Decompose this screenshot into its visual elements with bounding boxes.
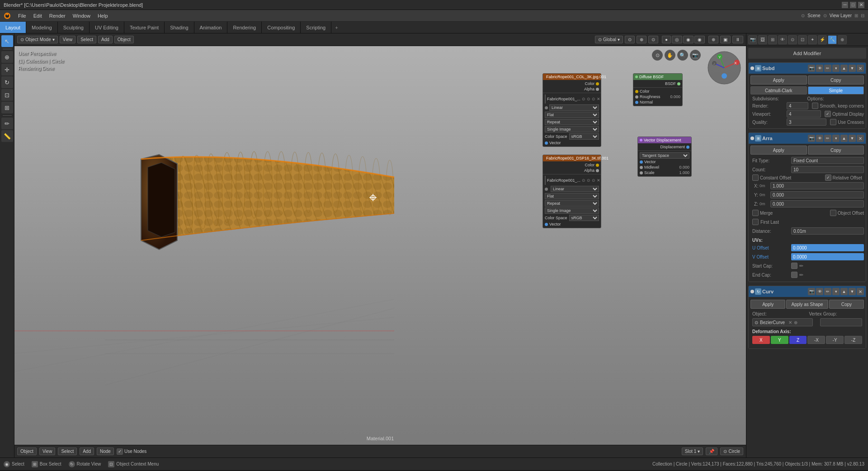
first-last-cb[interactable]: [752, 219, 759, 225]
obj-offset-cb[interactable]: [830, 210, 836, 216]
prop-view-icon[interactable]: 👁: [778, 35, 787, 44]
use-nodes-checkbox[interactable]: ✓: [117, 448, 123, 455]
catmull-clark-btn[interactable]: Catmull-Clark: [750, 86, 807, 94]
optimal-checkbox[interactable]: [825, 111, 831, 117]
fit-type-value[interactable]: Fixed Count: [791, 157, 864, 164]
v-offset-val[interactable]: 0.0000: [791, 253, 864, 260]
snap-btn[interactable]: ⊕: [637, 36, 646, 43]
relative-offset-cb[interactable]: [825, 174, 831, 181]
menu-help[interactable]: Help: [94, 10, 112, 21]
axis-neg-y-btn[interactable]: -Y: [826, 336, 844, 344]
simple-btn[interactable]: Simple: [808, 86, 864, 94]
constant-offset-cb[interactable]: [752, 174, 759, 181]
node-object-btn[interactable]: Object: [17, 447, 37, 455]
node-node-btn[interactable]: Node: [97, 447, 114, 455]
pause-btn[interactable]: ⏸: [732, 36, 743, 43]
distance-value[interactable]: 0.01m: [791, 227, 864, 235]
object-field[interactable]: ⊙ BezierCurve ✕ ⊕: [752, 318, 813, 326]
material-circle-selector[interactable]: ⊙ Circle: [720, 447, 743, 455]
arra-up-icon[interactable]: ▲: [840, 135, 848, 142]
subd-viewport-icon[interactable]: 👁: [816, 65, 823, 72]
tab-modeling[interactable]: Modeling: [26, 22, 58, 33]
tab-rendering[interactable]: Rendering: [227, 22, 262, 33]
space-select[interactable]: Tangent Space: [640, 152, 689, 159]
arra-x-val[interactable]: 1.000: [770, 182, 864, 189]
node-view-btn[interactable]: View: [39, 447, 56, 455]
arra-copy-btn[interactable]: Copy: [808, 146, 864, 155]
xray-btn[interactable]: ▣: [720, 36, 731, 43]
subd-camera-icon[interactable]: 📷: [808, 65, 815, 72]
subd-visibility-toggle[interactable]: [750, 66, 754, 70]
curv-apply-btn[interactable]: Apply: [750, 300, 785, 309]
pivot-point[interactable]: ⊙: [625, 36, 635, 43]
tool-move[interactable]: ✛: [1, 64, 13, 75]
solid-shading-btn[interactable]: ●: [662, 36, 671, 43]
prop-physics-icon[interactable]: ⚡: [818, 35, 827, 44]
prop-world-icon[interactable]: ⊙: [788, 35, 797, 44]
curv-close-btn[interactable]: ✕: [857, 288, 864, 295]
node-card-image-texture-2[interactable]: FabricRope001_DSP16_3K.tif.001 Color Alp…: [542, 155, 601, 228]
axis-neg-z-btn[interactable]: -Z: [844, 336, 862, 344]
axis-x-btn[interactable]: X: [752, 336, 770, 344]
zoom-icon[interactable]: 🔍: [677, 50, 688, 61]
vertex-group-field[interactable]: [820, 318, 862, 326]
u-offset-val[interactable]: 0.0000: [791, 244, 864, 251]
node-card-image-texture-1[interactable]: FabricRope001_COL_3K.jpg.001 Color Alpha…: [542, 73, 601, 147]
end-cap-box[interactable]: [791, 272, 797, 278]
axis-neg-x-btn[interactable]: -X: [807, 336, 825, 344]
tab-texture-paint[interactable]: Texture Paint: [124, 22, 165, 33]
axis-z-btn[interactable]: Z: [789, 336, 807, 344]
arra-apply-btn[interactable]: Apply: [750, 146, 807, 155]
tool-annotate[interactable]: ✏: [1, 118, 13, 129]
pin-btn[interactable]: 📌: [706, 447, 717, 455]
select-menu-btn[interactable]: Select: [77, 36, 96, 43]
axis-y-btn[interactable]: Y: [771, 336, 788, 344]
curv-expand-icon[interactable]: ▾: [832, 288, 840, 295]
menu-file[interactable]: File: [14, 10, 30, 21]
end-cap-edit-icon[interactable]: ✏: [799, 272, 803, 278]
merge-cb[interactable]: [752, 210, 759, 216]
clear-object-btn[interactable]: ✕: [788, 320, 792, 325]
tool-measure[interactable]: 📏: [1, 130, 13, 142]
source-select-1[interactable]: Single Image: [545, 126, 599, 132]
menu-blender[interactable]: [0, 10, 14, 21]
source-select-2[interactable]: Single Image: [545, 207, 599, 214]
prop-modifiers-icon[interactable]: 🔧: [828, 35, 837, 44]
extension-select-2[interactable]: Flat: [545, 193, 599, 199]
subd-viewport-value[interactable]: 4: [787, 110, 821, 118]
pan-icon[interactable]: ✋: [665, 50, 675, 61]
slot-selector[interactable]: Slot 1 ▾: [682, 447, 703, 455]
subd-render-value[interactable]: 4: [787, 102, 808, 109]
node-select-btn[interactable]: Select: [58, 447, 77, 455]
tool-rotate[interactable]: ↻: [1, 76, 13, 88]
curv-mod-header[interactable]: ↻ Curv 📷 👁 ✏ ▾ ▲ ▼ ✕: [749, 286, 866, 297]
arra-visibility-toggle[interactable]: [750, 137, 754, 140]
prop-material-icon[interactable]: ⊕: [838, 35, 847, 44]
smooth-checkbox[interactable]: [812, 103, 818, 109]
menu-render[interactable]: Render: [46, 10, 69, 21]
arra-edit-icon[interactable]: ✏: [824, 135, 831, 142]
curv-edit-icon[interactable]: ✏: [824, 288, 831, 295]
arra-viewport-icon[interactable]: 👁: [816, 135, 823, 142]
colorspace-select-1[interactable]: sRGB: [569, 133, 599, 140]
arra-down-icon[interactable]: ▼: [849, 135, 856, 142]
subd-copy-btn[interactable]: Copy: [808, 75, 864, 85]
prop-output-icon[interactable]: ⊞: [768, 35, 777, 44]
rendered-btn[interactable]: ◉: [694, 36, 705, 43]
subd-up-icon[interactable]: ▲: [840, 65, 848, 72]
repeat-select-2[interactable]: Repeat: [545, 200, 599, 207]
object-menu-btn[interactable]: Object: [114, 36, 134, 43]
minimize-btn[interactable]: ─: [842, 2, 848, 8]
repeat-select-1[interactable]: Repeat: [545, 119, 599, 125]
arra-close-btn[interactable]: ✕: [857, 135, 864, 142]
tab-shading[interactable]: Shading: [165, 22, 194, 33]
interpolation-select-2[interactable]: Linear: [551, 186, 599, 192]
wireframe-btn[interactable]: ◎: [672, 36, 682, 43]
subd-down-icon[interactable]: ▼: [849, 65, 856, 72]
tool-cursor[interactable]: ⊕: [1, 51, 13, 63]
prop-scene-icon[interactable]: 📷: [748, 35, 757, 44]
object-mode-selector[interactable]: ⊙ Object Mode ▾: [17, 36, 58, 43]
extension-select-1[interactable]: Flat: [545, 112, 599, 118]
prop-particles-icon[interactable]: ✦: [808, 35, 817, 44]
add-modifier-btn[interactable]: Add Modifier: [748, 48, 866, 59]
